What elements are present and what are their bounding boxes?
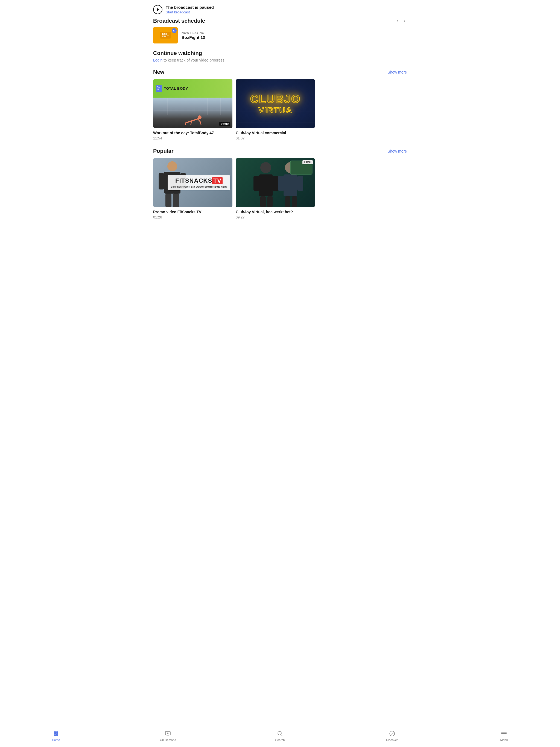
svg-rect-22 (159, 173, 164, 189)
svg-rect-25 (173, 194, 179, 207)
continue-login-text: to keep track of your video progress (162, 58, 224, 62)
svg-rect-28 (253, 176, 259, 191)
arrow-left[interactable]: ‹ (395, 18, 400, 24)
new-video-title-2: ClubJoy Virtual commercial (236, 130, 315, 135)
svg-rect-33 (284, 175, 297, 196)
now-playing-thumbnail: BOX FIGHT 13 (153, 27, 178, 44)
svg-rect-37 (292, 196, 297, 207)
popular-video-duration-2: 09:27 (236, 215, 315, 219)
svg-rect-29 (273, 176, 279, 191)
svg-line-11 (186, 119, 198, 123)
popular-video-title-2: ClubJoy Virtual, hoe werkt het? (236, 209, 315, 214)
popular-section: Popular Show more (149, 144, 411, 223)
svg-rect-34 (278, 176, 284, 191)
broadcast-banner: The broadcast is paused Start broadcast (149, 0, 411, 18)
fitsnacks-sub: 24/7 SUPPORT BIJ JOUW SPORTIEVE REIS (171, 185, 227, 188)
schedule-title: Broadcast schedule (153, 18, 205, 24)
svg-point-26 (260, 162, 271, 173)
popular-video-duration-1: 01:26 (153, 215, 232, 219)
new-video-title-1: Workout of the day: TotalBody 47 (153, 130, 232, 135)
now-playing-info: NOW PLAYING BoxFight 13 (182, 31, 205, 40)
svg-rect-30 (260, 196, 266, 207)
broadcast-paused-title: The broadcast is paused (166, 5, 214, 9)
new-video-card-1[interactable]: CJV TOTAL BODY (153, 79, 232, 140)
login-link[interactable]: Login (153, 58, 162, 62)
fitsnacks-logo: FITSNACKSTV (171, 177, 227, 184)
svg-line-15 (200, 122, 201, 124)
start-broadcast-link[interactable]: Start broadcast (166, 10, 214, 14)
svg-rect-35 (297, 176, 303, 191)
popular-section-header: Popular Show more (149, 144, 411, 157)
popular-video-title-1: Promo video FitSnacks.TV (153, 209, 232, 214)
svg-rect-27 (259, 175, 273, 196)
new-section-header: New Show more (149, 65, 411, 78)
svg-marker-0 (157, 8, 159, 11)
svg-point-20 (167, 161, 177, 171)
popular-section-title: Popular (153, 148, 173, 154)
continue-watching-title: Continue watching (153, 50, 407, 56)
continue-watching: Continue watching Login to keep track of… (149, 46, 411, 65)
svg-rect-36 (285, 196, 290, 207)
arrow-right[interactable]: › (402, 18, 407, 24)
live-badge: LIVE (302, 160, 313, 164)
new-video-card-2[interactable]: CLUBJO VIRTUA ClubJoy Virtual commer (236, 79, 315, 140)
popular-video-card-1[interactable]: FITSNACKSTV 24/7 SUPPORT BIJ JOUW SPORTI… (153, 158, 232, 219)
new-section: New Show more CJV TOTAL BODY (149, 65, 411, 144)
clubjoy-logo-sm: CJV (156, 85, 162, 92)
svg-rect-31 (267, 196, 273, 207)
new-video-thumb-1: CJV TOTAL BODY (153, 79, 232, 128)
now-playing-label: NOW PLAYING (182, 31, 205, 34)
svg-line-14 (198, 119, 200, 122)
schedule-header: Broadcast schedule ‹ › (153, 18, 407, 24)
new-video-row: CJV TOTAL BODY (149, 78, 411, 144)
popular-video-row: FITSNACKSTV 24/7 SUPPORT BIJ JOUW SPORTI… (149, 157, 411, 223)
boxfight-badge: 13 (172, 28, 177, 33)
svg-point-10 (198, 115, 202, 119)
popular-show-more[interactable]: Show more (387, 149, 407, 153)
popular-video-thumb-1: FITSNACKSTV 24/7 SUPPORT BIJ JOUW SPORTI… (153, 158, 232, 207)
play-icon[interactable] (153, 5, 162, 14)
broadcast-schedule: Broadcast schedule ‹ › BOX FIGHT 13 NOW … (149, 18, 411, 46)
new-video-thumb-2: CLUBJO VIRTUA (236, 79, 315, 128)
now-playing-name: BoxFight 13 (182, 35, 205, 40)
svg-rect-24 (166, 194, 172, 207)
new-show-more[interactable]: Show more (387, 70, 407, 74)
svg-line-12 (185, 123, 186, 124)
new-video-duration-1: 11:54 (153, 136, 232, 140)
popular-video-card-2[interactable]: LIVE ClubJoy Virtual, hoe werkt het? 09:… (236, 158, 315, 219)
svg-line-13 (191, 121, 192, 124)
now-playing-card[interactable]: BOX FIGHT 13 NOW PLAYING BoxFight 13 (153, 27, 407, 44)
duration-badge-1: 07:09 (219, 122, 230, 126)
new-section-title: New (153, 69, 164, 75)
new-video-duration-2: 01:07 (236, 136, 315, 140)
totalbody-text: TOTAL BODY (164, 86, 188, 91)
continue-watching-subtitle: Login to keep track of your video progre… (153, 58, 407, 62)
broadcast-text: The broadcast is paused Start broadcast (166, 5, 214, 14)
popular-video-thumb-2: LIVE (236, 158, 315, 207)
schedule-nav-arrows: ‹ › (395, 18, 407, 24)
